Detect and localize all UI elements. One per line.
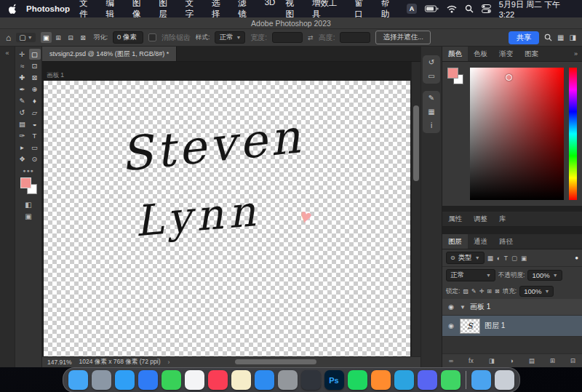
dock-finder-icon[interactable] bbox=[68, 370, 88, 390]
dock-notes-icon[interactable] bbox=[231, 370, 251, 390]
blend-mode-select[interactable]: 正常▼ bbox=[446, 269, 495, 281]
search-icon[interactable] bbox=[465, 4, 474, 13]
share-button[interactable]: 共享 bbox=[509, 31, 539, 44]
tab-layers[interactable]: 图层 bbox=[442, 234, 468, 249]
history-panel-icon[interactable]: ↺ bbox=[428, 59, 434, 66]
color-swatches[interactable] bbox=[20, 177, 37, 194]
status-options-icon[interactable]: › bbox=[168, 359, 170, 366]
expand-chevron-icon[interactable]: ▼ bbox=[460, 304, 466, 311]
color-panel-swatches[interactable] bbox=[447, 68, 465, 200]
search-icon[interactable] bbox=[544, 33, 552, 41]
tab-paths[interactable]: 路径 bbox=[493, 234, 519, 249]
document-tab[interactable]: stvsign2.psd @ 148% (图层 1, RGB/8#) * bbox=[42, 47, 177, 61]
width-input[interactable] bbox=[272, 32, 303, 43]
screen-mode-icon[interactable]: ▣ bbox=[25, 210, 31, 222]
menu-item[interactable]: 图层 bbox=[159, 0, 175, 20]
filter-shape-layers-icon[interactable]: ▢ bbox=[511, 255, 517, 262]
vertical-scrollbar-thumb[interactable] bbox=[413, 105, 419, 181]
quick-mask-icon[interactable]: ◧ bbox=[25, 199, 31, 210]
filter-type-select[interactable]: ⊙类型▼ bbox=[446, 252, 485, 264]
lock-transparent-pixels-icon[interactable]: ▨ bbox=[463, 288, 469, 295]
tab-libraries[interactable]: 库 bbox=[493, 212, 512, 226]
apple-menu-icon[interactable] bbox=[9, 4, 17, 14]
fill-select[interactable]: 100%▼ bbox=[519, 286, 554, 297]
healing-brush-tool[interactable]: ⊕ bbox=[29, 84, 41, 95]
type-tool[interactable]: T bbox=[29, 130, 41, 141]
pen-tool[interactable]: ✑ bbox=[17, 130, 28, 141]
intersect-selection-icon[interactable]: ⊠ bbox=[78, 32, 89, 43]
move-tool[interactable]: ✛ bbox=[17, 49, 28, 60]
layer-mask-icon[interactable]: ◨ bbox=[489, 357, 495, 364]
battery-icon[interactable] bbox=[425, 5, 439, 12]
dock-messages-icon[interactable] bbox=[162, 370, 181, 390]
add-selection-icon[interactable]: ⊞ bbox=[53, 32, 64, 43]
dock-photoshop-icon[interactable]: Ps bbox=[324, 370, 344, 390]
dock-settings-icon[interactable] bbox=[278, 370, 298, 390]
filter-smart-objects-icon[interactable]: ▣ bbox=[521, 255, 527, 262]
layer-effects-icon[interactable]: fx bbox=[469, 357, 474, 364]
object-selection-tool[interactable]: ⊡ bbox=[29, 60, 41, 71]
menu-item[interactable]: 滤镜 bbox=[238, 0, 254, 20]
hue-slider[interactable] bbox=[569, 68, 577, 200]
menu-item[interactable]: 帮助 bbox=[381, 0, 397, 20]
zoom-level[interactable]: 147.91% bbox=[47, 359, 72, 366]
filter-type-layers-icon[interactable]: T bbox=[504, 255, 508, 262]
antialias-checkbox[interactable] bbox=[148, 33, 156, 41]
lock-image-pixels-icon[interactable]: ✎ bbox=[471, 288, 477, 295]
artboard-label[interactable]: 画板 1 bbox=[47, 71, 64, 80]
menu-item[interactable]: 文件 bbox=[79, 0, 95, 20]
frame-tool[interactable]: ⊠ bbox=[29, 72, 41, 83]
expand-panel-icon[interactable]: » bbox=[570, 47, 582, 61]
filter-toggle-icon[interactable]: ● bbox=[575, 255, 578, 261]
layer-thumbnail[interactable] bbox=[460, 319, 480, 334]
control-center-icon[interactable] bbox=[482, 4, 491, 13]
dock-music-icon[interactable] bbox=[208, 370, 228, 390]
menu-item[interactable]: 图像 bbox=[132, 0, 148, 20]
info-panel-icon[interactable]: i bbox=[431, 122, 432, 129]
tab-swatches[interactable]: 色板 bbox=[468, 47, 493, 61]
lock-all-icon[interactable]: ⊠ bbox=[495, 288, 500, 295]
tab-patterns[interactable]: 图案 bbox=[519, 47, 544, 61]
brushes-panel-icon[interactable]: ✎ bbox=[428, 95, 434, 102]
input-source-icon[interactable]: A bbox=[407, 4, 417, 14]
dock-safari-icon[interactable] bbox=[115, 370, 135, 390]
subtract-selection-icon[interactable]: ⊟ bbox=[65, 32, 76, 43]
select-and-mask-button[interactable]: 选择并遮住... bbox=[375, 31, 430, 44]
patterns-panel-icon[interactable]: ▦ bbox=[428, 108, 434, 116]
dock-mail-icon[interactable] bbox=[138, 370, 158, 390]
canvas-viewport[interactable]: 画板 1 Steven Lynn ♥ bbox=[42, 62, 420, 356]
dock-terminal-icon[interactable] bbox=[301, 370, 321, 390]
window-title-bar[interactable]: Adobe Photoshop 2023 bbox=[0, 17, 582, 29]
workspace-icon[interactable]: ▦ bbox=[557, 33, 564, 41]
history-brush-tool[interactable]: ↺ bbox=[17, 107, 28, 118]
style-select[interactable]: 正常▼ bbox=[215, 31, 245, 44]
dock-discord-icon[interactable] bbox=[418, 370, 437, 390]
color-panel-foreground[interactable] bbox=[447, 68, 458, 79]
rectangle-tool[interactable]: ▭ bbox=[29, 142, 41, 153]
new-layer-icon[interactable]: ⊞ bbox=[550, 357, 555, 364]
tab-channels[interactable]: 通道 bbox=[468, 234, 493, 249]
menu-item[interactable]: 3D bbox=[265, 0, 276, 20]
eyedropper-tool[interactable]: ✒ bbox=[17, 84, 28, 95]
tab-color[interactable]: 颜色 bbox=[442, 47, 468, 61]
new-selection-icon[interactable]: ▣ bbox=[41, 32, 52, 43]
dock-telegram-icon[interactable] bbox=[394, 370, 414, 390]
vertical-scrollbar[interactable] bbox=[411, 62, 420, 356]
home-icon[interactable]: ⌂ bbox=[6, 33, 11, 43]
horizontal-scrollbar-thumb[interactable] bbox=[235, 359, 316, 364]
visibility-eye-icon[interactable]: ◉ bbox=[447, 303, 455, 311]
app-menu[interactable]: Photoshop bbox=[26, 4, 70, 13]
tool-preset-picker[interactable]: ▢▼ bbox=[16, 33, 35, 42]
dock-launchpad-icon[interactable] bbox=[92, 370, 111, 390]
artboard-layer-row[interactable]: ◉ ▼ 画板 1 bbox=[442, 299, 582, 316]
blur-tool[interactable]: ◒ bbox=[29, 119, 41, 129]
adjustment-layer-icon[interactable]: ◑ bbox=[510, 357, 514, 364]
menu-item[interactable]: 视图 bbox=[285, 0, 301, 20]
lasso-tool[interactable]: ≈ bbox=[17, 60, 28, 71]
panels-icon[interactable]: ◨ bbox=[570, 33, 576, 41]
rectangular-marquee-tool[interactable]: ▢ bbox=[29, 49, 41, 60]
brush-tool[interactable]: ✎ bbox=[17, 95, 28, 106]
filter-pixel-layers-icon[interactable]: ▦ bbox=[487, 255, 493, 262]
visibility-eye-icon[interactable]: ◉ bbox=[447, 322, 455, 329]
artboard-canvas[interactable]: Steven Lynn ♥ bbox=[44, 81, 410, 356]
